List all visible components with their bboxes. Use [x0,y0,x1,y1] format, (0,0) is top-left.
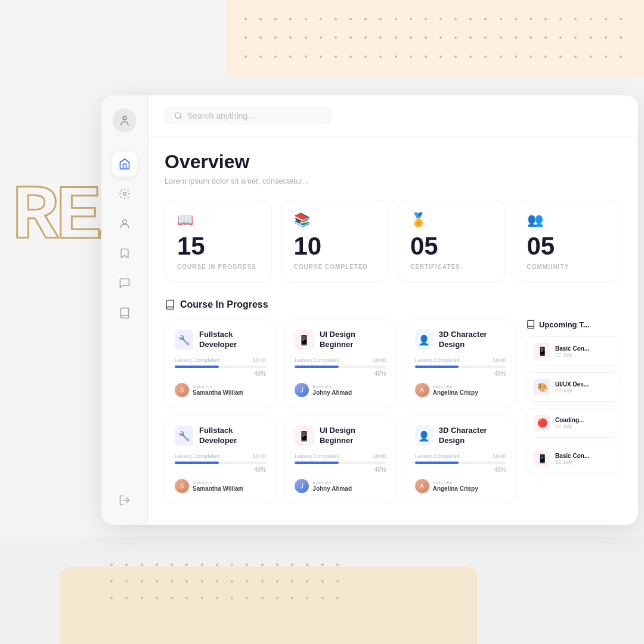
instructor-name: Johny Ahmad [312,485,352,492]
page-subtitle: Lorem ipsum dolor sit amet, consectetur.… [165,177,621,185]
stat-icon: 📖 [177,212,259,228]
course-card-header: 🔧 Fullstack Developer [175,426,266,446]
lesson-count: 18/40 [253,453,267,459]
instructor-name: Angelina Crispy [433,389,478,396]
progress-bar-fill [295,462,339,464]
upcoming-course-icon: 📱 [534,343,550,360]
instructor-info: Instructor Angelina Crispy [433,480,478,492]
upcoming-name: Coading... [555,417,614,423]
instructor-label: Instructor [433,384,478,389]
course-card[interactable]: 🔧 Fullstack Developer Lesson Completed 1… [165,320,276,407]
progress-bar-fill [295,366,339,368]
header: Search anything... [148,95,638,137]
lesson-label: Lesson Completed [295,357,339,363]
progress-pct: 48% [175,466,266,473]
avatar: A [415,479,429,493]
content-area: Overview Lorem ipsum dolor sit amet, con… [148,137,638,525]
progress-bar-fill [175,462,219,464]
course-card[interactable]: 👤 3D Character Design Lesson Completed 1… [405,416,516,503]
instructor-info: Instructor Samantha William [193,480,244,492]
lesson-count: 18/40 [373,453,386,459]
instructor-row: S Instructor Samantha William [175,383,266,397]
search-icon [174,112,182,120]
stat-card-stat-community: 👥 05 COMMUNITY [515,200,622,283]
instructor-row: A Instructor Angelina Crispy [415,383,506,397]
instructor-label: Instructor [312,384,352,389]
stat-label: CERTIFICATES [410,264,493,270]
courses-section-icon [165,299,175,310]
dots-bottom-decoration: (function(){ const container = document.… [107,561,346,608]
sidebar-item-messages[interactable] [112,271,137,296]
instructor-name: Angelina Crispy [433,485,478,492]
course-card-header: 👤 3D Character Design [415,330,506,350]
course-card[interactable]: 🔧 Fullstack Developer Lesson Completed 1… [165,416,276,503]
lesson-label: Lesson Completed [175,357,219,363]
sidebar-item-courses[interactable] [112,301,137,326]
upcoming-list: 📱 Basic Con... 22 July 🎨 UI/UX Des... 22… [526,336,621,473]
search-placeholder: Search anything... [187,111,255,120]
dots-top-decoration: (function(){ const container = document.… [239,12,632,72]
stat-number: 15 [177,234,259,259]
upcoming-info: Basic Con... 22 July [555,453,614,465]
sidebar-logout[interactable] [112,488,137,513]
avatar: J [295,479,309,493]
upcoming-item[interactable]: 📱 Basic Con... 22 July [526,444,621,473]
course-name: UI Design Beginner [320,426,386,446]
lesson-label: Lesson Completed [295,453,339,459]
logout-button[interactable] [112,488,137,513]
progress-section: Lesson Completed 18/40 48% [295,453,386,473]
lesson-count: 18/40 [493,357,506,363]
progress-pct: 48% [295,466,386,473]
upcoming-course-icon: 📱 [534,450,550,467]
sidebar-item-profile[interactable] [112,211,137,236]
courses-layout: 🔧 Fullstack Developer Lesson Completed 1… [165,320,621,503]
upcoming-item[interactable]: 📱 Basic Con... 22 July [526,336,621,366]
avatar: S [175,383,189,397]
upcoming-item[interactable]: 🎨 UI/UX Des... 22 July [526,372,621,402]
stat-icon: 👥 [527,212,609,228]
courses-section-title: Course In Progress [180,299,268,310]
lesson-count: 18/40 [373,357,386,363]
course-card[interactable]: 👤 3D Character Design Lesson Completed 1… [405,320,516,407]
course-icon: 🔧 [175,330,193,350]
courses-section-header: Course In Progress [165,299,621,310]
instructor-row: S Instructor Samantha William [175,479,266,493]
avatar: S [175,479,189,493]
progress-meta: Lesson Completed 18/40 [295,357,386,363]
progress-bar-fill [175,366,219,368]
course-card[interactable]: 📱 UI Design Beginner Lesson Completed 18… [284,416,396,503]
avatar: A [415,383,429,397]
course-name: Fullstack Developer [199,330,266,350]
sidebar-nav [112,151,137,488]
instructor-row: J Instructor Johny Ahmad [295,383,386,397]
lesson-label: Lesson Completed [415,357,460,363]
upcoming-item[interactable]: 🔴 Coading... 22 July [526,408,621,438]
stat-label: COURSE IN PROGRESS [177,264,259,270]
stat-number: 05 [410,234,493,259]
stat-icon: 🏅 [410,212,493,228]
svg-point-2 [123,193,126,196]
upcoming-course-icon: 🔴 [534,414,550,431]
lesson-count: 18/40 [493,453,506,459]
app-container: Search anything... Overview Lorem ipsum … [101,95,638,525]
instructor-info: Instructor Angelina Crispy [433,384,478,396]
stat-label: COMMUNITY [527,264,609,270]
sidebar-item-home[interactable] [112,151,137,177]
instructor-name: Johny Ahmad [312,389,352,396]
course-card[interactable]: 📱 UI Design Beginner Lesson Completed 18… [284,320,396,407]
upcoming-date: 22 July [555,423,614,429]
course-name: 3D Character Design [439,330,506,350]
course-card-header: 📱 UI Design Beginner [295,330,386,350]
course-name: UI Design Beginner [320,330,386,350]
search-bar[interactable]: Search anything... [165,106,332,125]
sidebar-item-bookmarks[interactable] [112,241,137,266]
progress-bar-bg [175,462,266,464]
upcoming-name: Basic Con... [555,345,614,352]
instructor-row: J Instructor Johny Ahmad [295,479,386,493]
instructor-label: Instructor [312,480,352,485]
stats-row: 📖 15 COURSE IN PROGRESS 📚 10 COURSE COMP… [165,200,621,283]
course-icon: 👤 [415,426,433,446]
sidebar-item-settings[interactable] [112,181,137,206]
progress-section: Lesson Completed 18/40 48% [415,453,506,473]
lesson-label: Lesson Completed [415,453,460,459]
